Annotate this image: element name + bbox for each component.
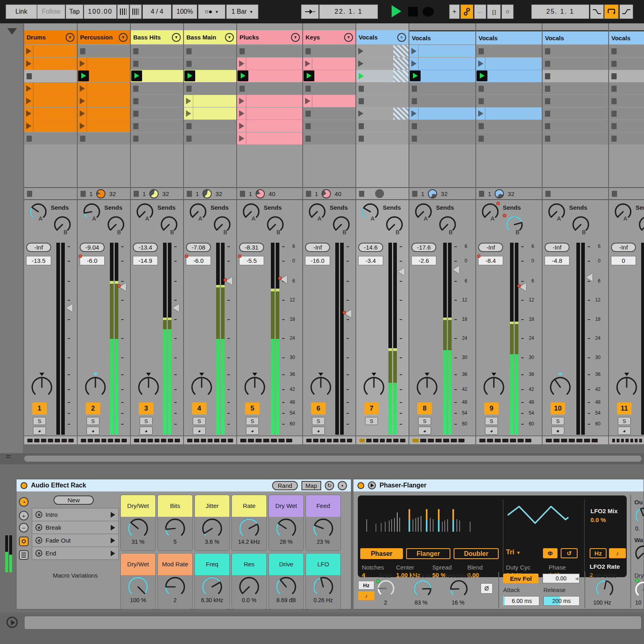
pan-knob[interactable] — [244, 376, 266, 398]
clip-launch-play-icon[interactable] — [80, 123, 85, 129]
clip-slot[interactable] — [24, 132, 77, 144]
clip-slot[interactable] — [303, 95, 355, 107]
tab-phaser[interactable]: Phaser — [360, 548, 403, 559]
solo-button[interactable]: S — [418, 417, 431, 425]
clip-slot[interactable] — [131, 45, 183, 57]
clip-slot[interactable] — [131, 70, 183, 82]
clip-slot[interactable] — [184, 95, 236, 107]
peak-level-readout[interactable]: -17.6 — [411, 243, 436, 252]
output-knob[interactable] — [634, 507, 644, 524]
send-knob-a[interactable] — [361, 202, 380, 221]
clip-stop-button[interactable] — [412, 123, 417, 129]
clip-stop-button[interactable] — [80, 136, 85, 142]
macro-knob[interactable] — [195, 518, 229, 539]
clip-slot[interactable] — [78, 83, 130, 95]
hide-io-chevron-icon[interactable] — [7, 28, 17, 35]
pan-knob[interactable] — [310, 376, 332, 398]
spin-button[interactable]: ↺ — [561, 548, 578, 558]
macro-knob[interactable] — [306, 518, 341, 539]
record-button[interactable] — [423, 7, 434, 17]
clip-stop-all-button[interactable] — [412, 191, 417, 197]
clip-slot[interactable] — [131, 107, 183, 120]
variation-row[interactable]: Fade Out — [32, 534, 119, 547]
clip-slot[interactable] — [609, 70, 644, 82]
pan-knob[interactable] — [615, 376, 638, 398]
macro-value[interactable]: 6.30 kHz — [195, 597, 229, 603]
new-midi-button[interactable]: + — [449, 4, 460, 19]
clip-stop-button[interactable] — [545, 61, 550, 67]
solo-button[interactable]: S — [87, 417, 99, 425]
clip-slot[interactable] — [131, 95, 183, 107]
send-knob-a[interactable] — [242, 202, 260, 221]
macro-knob[interactable] — [158, 576, 192, 598]
link-button[interactable]: Link — [6, 4, 37, 19]
clip-launch-play-icon[interactable] — [478, 60, 483, 67]
clip-stop-button[interactable] — [479, 86, 484, 92]
clip-slot[interactable] — [24, 70, 77, 82]
clip-slot[interactable] — [24, 107, 77, 120]
volume-field[interactable]: -5.5 — [239, 256, 264, 265]
crossfade-wave-icon[interactable]: ≈ — [6, 451, 11, 462]
clip-stop-all-button[interactable] — [612, 191, 617, 197]
volume-fader-handle[interactable] — [66, 304, 72, 312]
clip-launch-play-icon[interactable] — [239, 110, 244, 117]
send-knob-b[interactable] — [505, 215, 524, 234]
macro-knob[interactable] — [306, 576, 341, 598]
send-knob-b[interactable] — [53, 215, 72, 234]
variation-row[interactable]: End — [32, 547, 119, 560]
clip-stop-all-button[interactable] — [545, 191, 551, 197]
clip-launch-play-icon[interactable] — [26, 85, 31, 92]
macro-bits[interactable]: Bits5 — [157, 495, 193, 551]
clip-slot[interactable] — [78, 132, 130, 144]
arm-record-button[interactable]: ◕ — [485, 427, 498, 435]
warmth-knob[interactable] — [634, 545, 644, 562]
launch-variation-icon[interactable] — [111, 512, 115, 518]
clip-launch-play-icon[interactable] — [80, 60, 85, 67]
clip-stop-button[interactable] — [133, 123, 138, 129]
device-preview-icon[interactable] — [368, 481, 376, 489]
macro-value[interactable]: 8.69 dB — [269, 597, 303, 603]
clip-slot[interactable] — [356, 45, 409, 57]
volume-field[interactable]: -8.4 — [478, 256, 503, 265]
lfo2-mix-value[interactable]: 0.0 % — [590, 516, 606, 523]
clip-slot[interactable] — [476, 45, 542, 57]
phase-button[interactable]: Φ — [543, 548, 557, 558]
clip-stop-button[interactable] — [27, 73, 32, 79]
peak-level-readout[interactable]: -Inf — [545, 243, 570, 252]
send-knob-b[interactable] — [438, 215, 457, 234]
clip-stop-button[interactable] — [359, 98, 364, 104]
clip-slot[interactable] — [609, 83, 644, 95]
send-knob-b[interactable] — [572, 215, 590, 234]
clip-slot[interactable] — [78, 58, 130, 70]
tempo-field[interactable]: 100.00 — [84, 4, 117, 19]
arm-record-button[interactable]: ◕ — [618, 427, 631, 435]
macro-dry-wet[interactable]: Dry Wet28 % — [268, 495, 304, 551]
status-field[interactable] — [24, 616, 642, 630]
clip-slot[interactable] — [78, 95, 130, 107]
clip-slot[interactable] — [356, 58, 409, 70]
clip-slot[interactable] — [184, 83, 236, 95]
clip-stop-button[interactable] — [412, 86, 417, 92]
macro-value[interactable]: 28 % — [269, 539, 303, 545]
lfo-shape-menu[interactable]: Tri ▼ — [506, 548, 520, 556]
automation-arm-icon[interactable] — [460, 4, 473, 19]
volume-fader-handle[interactable] — [226, 277, 232, 285]
volume-field[interactable]: -16.0 — [305, 256, 330, 265]
clip-stop-button[interactable] — [305, 136, 311, 142]
macro-knob[interactable] — [269, 576, 303, 598]
clip-slot[interactable] — [409, 95, 475, 107]
clip-launch-play-icon[interactable] — [26, 110, 31, 117]
launch-variation-icon[interactable] — [111, 538, 115, 543]
clip-stop-button[interactable] — [186, 61, 192, 67]
pan-knob[interactable] — [84, 376, 107, 398]
clip-launch-play-icon[interactable] — [26, 123, 31, 129]
send-knob-b[interactable] — [160, 215, 178, 234]
clip-stop-button[interactable] — [545, 48, 550, 54]
chevron-down-icon[interactable]: ▼ — [172, 33, 181, 42]
dry-wet-value-clipped[interactable]: 10 — [635, 599, 642, 606]
track-header[interactable]: Keys▼ — [303, 30, 355, 44]
send-knob-a[interactable] — [83, 202, 101, 221]
lfo2-hz-button[interactable]: Hz — [590, 548, 607, 558]
arrangement-position-field[interactable]: 22. 1. 1 — [319, 4, 378, 19]
peak-level-readout[interactable]: -Inf — [305, 243, 330, 252]
